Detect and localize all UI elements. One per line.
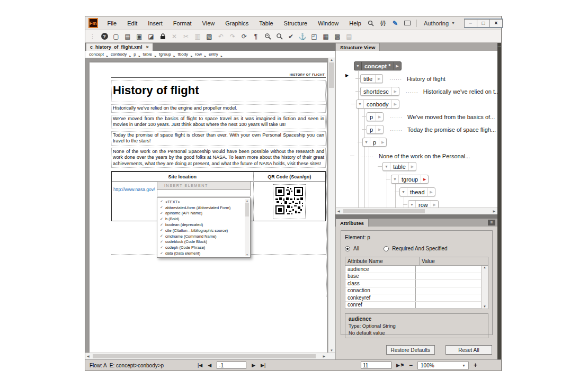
structure-node-thead[interactable]: ▼thead▶ [399,187,435,196]
node-label[interactable]: concept * [362,62,394,70]
panel-dock-strip[interactable]: ⋯ [497,43,501,359]
expand-children-icon[interactable]: ▶ [408,163,416,170]
help-icon[interactable]: ? [99,32,110,41]
open-icon[interactable]: ▤ [122,32,133,41]
scroll-thumb[interactable] [245,203,249,216]
zoom-level-dropdown[interactable]: 100% ▼ [417,362,469,369]
expand-children-icon[interactable]: ▶ [421,175,428,183]
scroll-thumb[interactable] [329,62,334,88]
expand-children-icon[interactable]: ▶ [427,188,435,196]
save-all-icon[interactable]: ◪ [145,32,157,41]
tab-attributes[interactable]: Attributes [335,219,369,227]
node-text[interactable]: Historically we've relied on t... [423,88,497,95]
xml-view-icon[interactable]: {/} [379,19,387,27]
collapse-icon[interactable]: ▼ [363,138,370,146]
nasa-link[interactable]: http://www.nasa.gov/ [113,187,155,192]
graphics-frame-icon[interactable]: ◰ [308,32,320,41]
paragraph[interactable]: Today the promise of space flight is clo… [111,131,326,146]
delete-icon[interactable]: ✕ [168,32,180,41]
column-header-value[interactable]: Value [420,257,488,265]
structure-node-title[interactable]: title▶ History of flight [360,74,446,83]
document-vertical-scrollbar[interactable]: ▲ ▼ [328,58,335,353]
node-label[interactable]: row [416,201,431,207]
next-page-button[interactable]: ▶ [252,363,255,368]
node-label[interactable]: tgroup [399,175,421,183]
menu-item[interactable]: Graphics [220,19,254,28]
paste-icon[interactable]: ▧ [203,32,215,41]
menu-item[interactable]: Insert [142,19,168,28]
restore-defaults-button[interactable]: Restore Defaults [386,345,435,355]
expand-children-icon[interactable]: ▶ [379,138,386,146]
zoom-in-button[interactable]: + [474,362,477,369]
structure-text-node[interactable]: None of the work on the Personal... [355,151,470,160]
document-title[interactable]: History of flight [111,80,326,102]
breadcrumb-item[interactable]: tgroup [158,52,172,57]
panel-splitter[interactable] [335,214,497,219]
collapse-icon[interactable]: ▼ [391,175,399,183]
node-label[interactable]: conbody [364,100,391,108]
page-number-input[interactable] [217,362,246,369]
scroll-down-icon[interactable]: ▼ [245,253,250,256]
paragraph-marks-icon[interactable]: ¶ [250,32,262,41]
attribute-value-cell[interactable] [416,294,481,301]
close-button[interactable]: × [489,19,503,28]
attribute-name-cell[interactable]: audience [345,266,416,273]
attribute-value-cell[interactable] [416,266,481,273]
structure-node-shortdesc[interactable]: shortdesc▶ Historically we've relied on … [360,87,497,96]
line-number-input[interactable] [361,362,391,369]
table-cell[interactable] [254,182,325,221]
reset-all-button[interactable]: Reset All [446,345,492,355]
table-header-cell[interactable]: QR Code (Scan/go) [254,172,325,182]
attribute-row[interactable]: class [345,280,481,287]
attribute-name-cell[interactable]: class [345,280,416,287]
attribute-row[interactable]: conaction [345,287,481,295]
document-tab[interactable]: c_history_of_flight.xml × [86,43,153,51]
save-icon[interactable]: ▣ [133,32,145,41]
collapse-icon[interactable]: ▼ [357,100,364,108]
attribute-name-cell[interactable]: conkeyref [345,294,416,301]
maximize-button[interactable]: □ [477,19,490,28]
page-marker-icon[interactable]: ▶⚑ [396,363,404,368]
node-text[interactable]: None of the work on the Personal... [379,153,470,159]
breadcrumb-item[interactable]: concept [88,52,105,57]
print-icon[interactable]: ▤ [343,32,355,41]
collapse-icon[interactable]: ▼ [400,188,407,196]
lock-icon[interactable] [157,32,168,41]
radio-required-specified[interactable] [384,246,389,251]
element-list-item[interactable]: codeblock (Code Block) [157,239,245,245]
scroll-left-icon[interactable]: ◀ [337,209,340,213]
attribute-row[interactable]: base [345,273,481,281]
scroll-thumb[interactable] [93,354,316,358]
scroll-thumb[interactable] [343,209,425,213]
paragraph[interactable]: We've moved from the basics of flight to… [111,115,326,129]
zoom-out-button[interactable]: − [409,362,413,369]
new-document-icon[interactable]: ▢ [110,32,122,41]
attribute-value-cell[interactable] [416,280,481,287]
scroll-down-icon[interactable]: ▼ [482,305,488,308]
attribute-value-cell[interactable] [416,273,481,280]
structure-node-p[interactable]: p▶ We've moved from the basics of... [367,112,495,121]
wysiwyg-view-icon[interactable] [403,19,412,27]
element-list-item[interactable]: cmdname (Command Name) [157,233,245,239]
node-label[interactable]: shortdesc [361,87,391,95]
close-tab-icon[interactable]: × [146,44,149,50]
scroll-up-icon[interactable]: ▲ [483,266,486,269]
tab-structure-view[interactable]: Structure View [335,43,380,51]
copy-icon[interactable]: ▥ [192,32,203,41]
undo-icon[interactable]: ↶ [215,32,227,41]
paragraph[interactable]: Historically we've relied on the engine … [111,104,326,113]
collapse-icon[interactable]: ▼ [383,163,390,170]
attribute-value-cell[interactable] [416,302,481,309]
node-text[interactable]: Today the promise of space fligh... [407,127,496,133]
expand-children-icon[interactable]: ▶ [391,87,399,95]
breadcrumb-item[interactable]: p [132,52,137,57]
structure-node-concept[interactable]: ▼concept *▶ [354,61,402,70]
expand-children-icon[interactable]: ▶ [391,100,399,108]
attribute-name-cell[interactable]: conref [345,302,416,309]
column-header-attribute-name[interactable]: Attribute Name [345,257,420,265]
text-frame-icon[interactable]: ▩ [332,32,343,41]
scroll-left-icon[interactable]: ◀ [87,354,90,358]
breadcrumb-item[interactable]: tbody [177,52,190,57]
element-list-item[interactable]: cite (Citation—bibliographic source) [157,228,245,233]
panel-menu-icon[interactable]: ≡ [488,220,495,225]
